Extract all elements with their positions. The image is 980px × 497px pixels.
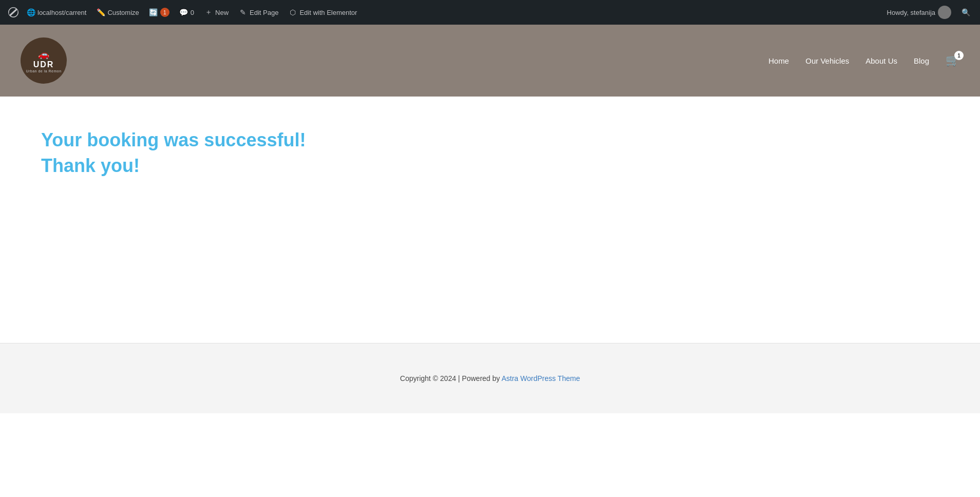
- success-line2: Thank you!: [41, 155, 140, 176]
- admin-bar-right: Howdy, stefanija 🔍: [883, 4, 974, 21]
- new-label: New: [215, 9, 229, 16]
- wordpress-logo[interactable]: [6, 5, 21, 20]
- footer-text: Copyright © 2024 | Powered by Astra Word…: [10, 374, 970, 383]
- main-content: Your booking was successful! Thank you!: [0, 97, 980, 343]
- new-icon: ＋: [204, 8, 213, 16]
- updates-icon: 🔄: [149, 8, 158, 16]
- site-url-item[interactable]: 🌐 localhost/carrent: [23, 6, 90, 18]
- new-item[interactable]: ＋ New: [200, 6, 233, 18]
- avatar: [938, 6, 951, 19]
- site-footer: Copyright © 2024 | Powered by Astra Word…: [0, 343, 980, 413]
- success-line1: Your booking was successful!: [41, 129, 306, 150]
- nav-blog[interactable]: Blog: [914, 56, 929, 65]
- logo-circle: 🚗 UDR Urban de la Remon: [21, 37, 67, 84]
- site-url-label: localhost/carrent: [37, 9, 86, 16]
- comments-item[interactable]: 💬 0: [176, 6, 198, 18]
- updates-count: 1: [160, 8, 169, 17]
- edit-elementor-item[interactable]: ⬡ Edit with Elementor: [285, 6, 361, 18]
- search-item[interactable]: 🔍: [957, 6, 974, 18]
- logo-text: UDR: [33, 60, 54, 69]
- site-header: 🚗 UDR Urban de la Remon Home Our Vehicle…: [0, 25, 980, 97]
- comments-count: 0: [191, 9, 194, 16]
- nav-home[interactable]: Home: [768, 56, 789, 65]
- edit-page-label: Edit Page: [250, 9, 278, 16]
- howdy-label: Howdy, stefanija: [887, 9, 935, 16]
- cart-icon[interactable]: 🛒 1: [946, 54, 959, 67]
- site-nav: Home Our Vehicles About Us Blog 🛒 1: [768, 54, 959, 67]
- admin-bar: 🌐 localhost/carrent ✏️ Customize 🔄 1 💬 0…: [0, 0, 980, 25]
- edit-page-icon: ✎: [239, 8, 247, 16]
- site-icon: 🌐: [27, 8, 35, 16]
- comments-icon: 💬: [180, 8, 188, 16]
- search-icon: 🔍: [962, 8, 970, 16]
- customize-label: Customize: [107, 9, 139, 16]
- customize-icon: ✏️: [97, 8, 105, 16]
- logo-sub: Urban de la Remon: [26, 69, 61, 73]
- logo-car-icon: 🚗: [38, 49, 49, 60]
- site-wrapper: 🚗 UDR Urban de la Remon Home Our Vehicle…: [0, 25, 980, 413]
- elementor-icon: ⬡: [289, 8, 297, 16]
- nav-about-us[interactable]: About Us: [865, 56, 897, 65]
- nav-our-vehicles[interactable]: Our Vehicles: [805, 56, 849, 65]
- site-logo[interactable]: 🚗 UDR Urban de la Remon: [21, 37, 67, 84]
- updates-item[interactable]: 🔄 1: [145, 6, 174, 19]
- edit-page-item[interactable]: ✎ Edit Page: [235, 6, 282, 18]
- edit-elementor-label: Edit with Elementor: [299, 9, 357, 16]
- footer-link[interactable]: Astra WordPress Theme: [501, 374, 580, 383]
- success-title: Your booking was successful! Thank you!: [41, 127, 939, 179]
- howdy-item[interactable]: Howdy, stefanija: [883, 4, 955, 21]
- customize-item[interactable]: ✏️ Customize: [92, 6, 143, 18]
- footer-copyright: Copyright © 2024 | Powered by: [400, 374, 502, 383]
- cart-badge: 1: [954, 51, 964, 60]
